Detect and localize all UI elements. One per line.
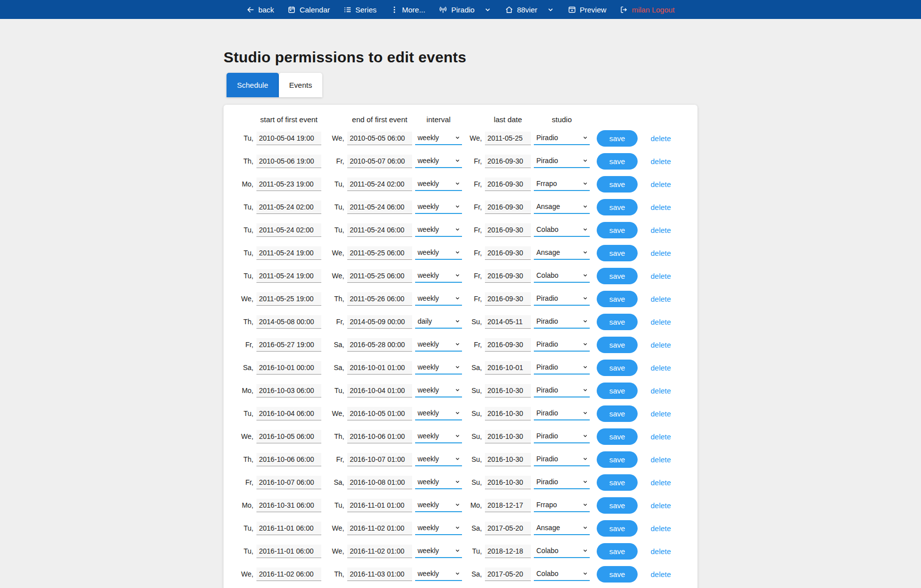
delete-link[interactable]: delete — [645, 157, 671, 166]
interval-select[interactable]: weekly — [415, 292, 462, 306]
studio-select[interactable]: Ansage — [534, 200, 590, 214]
last-date-input[interactable] — [485, 315, 531, 329]
save-button[interactable]: save — [597, 497, 638, 514]
delete-link[interactable]: delete — [645, 570, 671, 579]
start-datetime-input[interactable] — [256, 338, 321, 352]
save-button[interactable]: save — [597, 337, 638, 353]
interval-select[interactable]: weekly — [415, 178, 462, 191]
save-button[interactable]: save — [597, 405, 638, 422]
studio-select[interactable]: Piradio — [534, 430, 590, 443]
start-datetime-input[interactable] — [256, 522, 321, 535]
interval-select[interactable]: weekly — [415, 568, 462, 581]
end-datetime-input[interactable] — [347, 430, 412, 443]
save-button[interactable]: save — [597, 520, 638, 537]
interval-select[interactable]: weekly — [415, 453, 462, 466]
end-datetime-input[interactable] — [347, 522, 412, 535]
start-datetime-input[interactable] — [256, 155, 321, 168]
station-dropdown-chevron-icon[interactable] — [547, 6, 554, 13]
studio-select[interactable]: Piradio — [534, 155, 590, 168]
interval-select[interactable]: weekly — [415, 223, 462, 237]
delete-link[interactable]: delete — [645, 455, 671, 464]
studio-select[interactable]: Ansage — [534, 522, 590, 535]
nav-station[interactable]: 88vier — [505, 5, 537, 14]
studio-select[interactable]: Frrapo — [534, 499, 590, 512]
end-datetime-input[interactable] — [347, 223, 412, 237]
delete-link[interactable]: delete — [645, 341, 671, 349]
start-datetime-input[interactable] — [256, 200, 321, 214]
last-date-input[interactable] — [485, 223, 531, 237]
interval-select[interactable]: weekly — [415, 269, 462, 283]
start-datetime-input[interactable] — [256, 568, 321, 581]
delete-link[interactable]: delete — [645, 364, 671, 372]
end-datetime-input[interactable] — [347, 269, 412, 283]
start-datetime-input[interactable] — [256, 292, 321, 306]
piradio-dropdown-chevron-icon[interactable] — [484, 6, 491, 13]
interval-select[interactable]: weekly — [415, 545, 462, 558]
save-button[interactable]: save — [597, 245, 638, 261]
start-datetime-input[interactable] — [256, 384, 321, 397]
last-date-input[interactable] — [485, 522, 531, 535]
last-date-input[interactable] — [485, 178, 531, 191]
start-datetime-input[interactable] — [256, 246, 321, 260]
start-datetime-input[interactable] — [256, 430, 321, 443]
end-datetime-input[interactable] — [347, 384, 412, 397]
interval-select[interactable]: weekly — [415, 430, 462, 443]
interval-select[interactable]: weekly — [415, 338, 462, 352]
start-datetime-input[interactable] — [256, 315, 321, 329]
save-button[interactable]: save — [597, 474, 638, 491]
save-button[interactable]: save — [597, 291, 638, 307]
interval-select[interactable]: weekly — [415, 384, 462, 397]
end-datetime-input[interactable] — [347, 545, 412, 558]
nav-preview[interactable]: Preview — [568, 5, 606, 14]
save-button[interactable]: save — [597, 314, 638, 330]
last-date-input[interactable] — [485, 407, 531, 420]
end-datetime-input[interactable] — [347, 476, 412, 489]
delete-link[interactable]: delete — [645, 203, 671, 211]
nav-logout[interactable]: milan Logout — [620, 5, 675, 14]
delete-link[interactable]: delete — [645, 547, 671, 556]
studio-select[interactable]: Piradio — [534, 407, 590, 420]
interval-select[interactable]: weekly — [415, 132, 462, 145]
interval-select[interactable]: weekly — [415, 155, 462, 168]
tab-schedule[interactable]: Schedule — [227, 73, 279, 97]
interval-select[interactable]: weekly — [415, 200, 462, 214]
studio-select[interactable]: Frrapo — [534, 178, 590, 191]
nav-back[interactable]: back — [246, 5, 274, 14]
end-datetime-input[interactable] — [347, 292, 412, 306]
studio-select[interactable]: Piradio — [534, 453, 590, 466]
end-datetime-input[interactable] — [347, 407, 412, 420]
end-datetime-input[interactable] — [347, 132, 412, 145]
last-date-input[interactable] — [485, 155, 531, 168]
interval-select[interactable]: weekly — [415, 522, 462, 535]
end-datetime-input[interactable] — [347, 568, 412, 581]
delete-link[interactable]: delete — [645, 226, 671, 234]
save-button[interactable]: save — [597, 566, 638, 583]
studio-select[interactable]: Colabo — [534, 223, 590, 237]
save-button[interactable]: save — [597, 451, 638, 468]
save-button[interactable]: save — [597, 199, 638, 215]
start-datetime-input[interactable] — [256, 269, 321, 283]
end-datetime-input[interactable] — [347, 246, 412, 260]
start-datetime-input[interactable] — [256, 178, 321, 191]
interval-select[interactable]: weekly — [415, 499, 462, 512]
delete-link[interactable]: delete — [645, 272, 671, 280]
last-date-input[interactable] — [485, 499, 531, 512]
last-date-input[interactable] — [485, 568, 531, 581]
end-datetime-input[interactable] — [347, 178, 412, 191]
interval-select[interactable]: weekly — [415, 407, 462, 420]
end-datetime-input[interactable] — [347, 499, 412, 512]
studio-select[interactable]: Colabo — [534, 269, 590, 283]
last-date-input[interactable] — [485, 545, 531, 558]
start-datetime-input[interactable] — [256, 453, 321, 466]
last-date-input[interactable] — [485, 132, 531, 145]
studio-select[interactable]: Colabo — [534, 568, 590, 581]
save-button[interactable]: save — [597, 383, 638, 399]
delete-link[interactable]: delete — [645, 134, 671, 143]
delete-link[interactable]: delete — [645, 249, 671, 257]
interval-select[interactable]: weekly — [415, 476, 462, 489]
save-button[interactable]: save — [597, 222, 638, 238]
last-date-input[interactable] — [485, 200, 531, 214]
delete-link[interactable]: delete — [645, 432, 671, 441]
delete-link[interactable]: delete — [645, 295, 671, 303]
nav-more[interactable]: More... — [390, 5, 426, 14]
